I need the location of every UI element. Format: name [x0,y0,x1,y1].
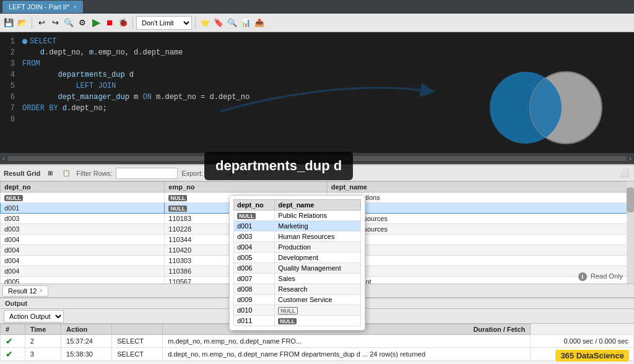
undo-icon[interactable]: ↩ [35,17,48,29]
output-duration: 0.000 sec / 0.000 sec [531,335,634,348]
cell-dept_name: Marketing [327,203,633,214]
filter-input[interactable] [116,168,178,179]
main-toolbar: 💾 📂 ↩ ↪ 🔍 ⚙ ▶ ⏹ 🐞 Don't Limit ⭐ 🔖 🔍 📊 📤 [0,14,634,32]
output-status-2: ✔ [1,348,25,361]
editor-content[interactable]: SELECT d.dept_no, m.emp_no, d.dept_name … [17,32,634,153]
output-status: ✔ [1,335,25,348]
limit-select[interactable]: Don't Limit [136,16,192,30]
output-num-2: 3 [25,348,61,361]
inner-table-row: NULL Public Relations [234,210,361,221]
inner-col-dept_no: dept_no [234,200,275,210]
open-icon[interactable]: 📂 [16,17,28,29]
table-icon[interactable]: 📊 [240,17,252,29]
redo-icon[interactable]: ↪ [49,17,61,29]
stop-icon[interactable]: ⏹ [103,17,116,29]
inner-col-dept_name: dept_name [275,200,361,210]
editor-tab[interactable]: LEFT JOIN - Part II* × [2,1,83,13]
result-actions: ⬜ [618,167,630,180]
output-action-2: SELECT [112,348,163,361]
grid-view-icon[interactable]: ⊞ [44,167,56,180]
output-time: 15:37:24 [61,335,112,348]
inner-table-row: d003Human Resources [234,232,361,242]
toolbar-separator-2 [132,17,133,28]
cell-dept_no: d001 [1,203,165,214]
col-header-dept_name[interactable]: dept_name [327,182,633,193]
editor-line-1: SELECT [22,36,629,47]
tab-bar: LEFT JOIN - Part II* × [0,0,634,14]
star-icon[interactable]: ⭐ [199,17,211,29]
output-num: 2 [25,335,61,348]
output-message-2: d.dept_no, m.emp_no, d.dept_name FROM de… [163,348,531,361]
output-col-action: Action [61,324,112,335]
inner-table-row: d008Research [234,284,361,295]
output-row: ✔ 2 15:37:24 SELECT m.dept_no, m.emp_no,… [1,335,634,348]
inner-table-row: d001 Marketing [234,221,361,232]
output-col-num: # [1,324,25,335]
inner-table-row: d010NULL [234,305,361,316]
inner-table-row: d007Sales [234,274,361,284]
output-col-time: Time [25,324,61,335]
settings-icon[interactable]: ⚙ [76,17,89,29]
export-label: Export: [181,170,203,177]
inner-table-row: d009Customer Service [234,295,361,305]
venn-diagram [473,63,615,153]
watermark: 365 DataScience [555,350,629,362]
save-icon[interactable]: 💾 [2,17,15,29]
editor-wrapper: 1 2 3 4 5 6 7 8 SELECT d.dept_no, m.emp_… [0,32,634,164]
popup-tooltip: departments_dup d [204,152,353,180]
vertical-scrollbar[interactable] [627,181,634,284]
output-col-message [112,324,163,335]
line-numbers: 1 2 3 4 5 6 7 8 [0,32,17,153]
export-icon[interactable]: 📤 [253,17,266,29]
maximize-icon[interactable]: ⬜ [618,167,630,180]
debug-icon[interactable]: 🐞 [117,17,129,29]
result-grid-label: Result Grid [4,170,40,177]
scrollbar-thumb[interactable] [627,188,634,212]
inner-table-row: d004Production [234,242,361,253]
cell-dept_name: Human Resources [327,214,633,224]
result-tab-close[interactable]: × [39,287,43,294]
result-tab-label: Result 12 [8,287,37,295]
form-view-icon[interactable]: 📋 [60,167,72,180]
col-header-dept_no[interactable]: dept_no [1,182,165,193]
bookmark-icon[interactable]: 🔖 [212,17,225,29]
read-only-icon: ℹ [578,272,587,281]
toolbar-separator-3 [195,17,196,28]
inner-popup-table: dept_no dept_name NULL Public Relations … [233,199,361,326]
output-message: m.dept_no, m.emp_no, d.dept_name FRO... [163,335,531,348]
cell-dept_no: NULL [1,193,165,203]
zoom-icon[interactable]: 🔍 [226,17,238,29]
editor-line-2: d.dept_no, m.emp_no, d.dept_name [22,47,629,58]
output-row: ✔ 3 15:38:30 SELECT d.dept_no, m.emp_no,… [1,348,634,361]
output-time-2: 15:38:30 [61,348,112,361]
inner-table-row: d011NULL [234,316,361,326]
tab-close-icon[interactable]: × [73,4,77,11]
tab-title: LEFT JOIN - Part II* [9,3,69,11]
inner-table-row: d006Quality Management [234,263,361,274]
action-output-select[interactable]: Action Output [4,310,64,323]
result-tab-12[interactable]: Result 12 × [2,285,48,297]
search-icon[interactable]: 🔍 [63,17,75,29]
col-header-emp_no[interactable]: emp_no [165,182,328,193]
filter-label: Filter Rows: [76,170,112,177]
execute-icon[interactable]: ▶ [90,17,102,29]
read-only-label: ℹ Read Only [578,272,623,281]
scroll-left-icon[interactable]: ‹ [2,155,5,162]
output-action: SELECT [112,335,163,348]
inner-table-row: d005Development [234,253,361,263]
editor-area[interactable]: 1 2 3 4 5 6 7 8 SELECT d.dept_no, m.emp_… [0,32,634,153]
inner-popup: dept_no dept_name NULL Public Relations … [229,195,365,331]
cell-dept_no: d003 [1,214,165,224]
scroll-right-icon[interactable]: › [629,155,632,162]
toolbar-separator-1 [32,17,32,28]
cell-dept_name: Public Relations [327,193,633,203]
